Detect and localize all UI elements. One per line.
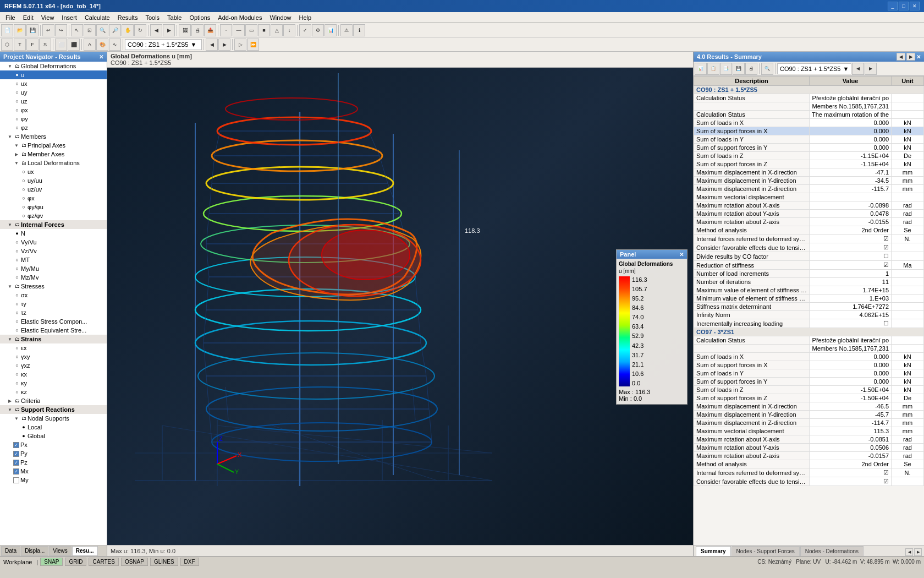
tb-pan[interactable]: ✋ xyxy=(122,24,134,36)
tree-member-axes[interactable]: ▶ 🗂 Member Axes xyxy=(0,150,107,159)
legend-close[interactable]: ✕ xyxy=(679,252,684,258)
table-row[interactable]: Maximum rotation about Y-axis0.0478rad xyxy=(694,210,924,218)
menu-help[interactable]: Help xyxy=(296,13,315,22)
rt-btn-5[interactable]: 🖨 xyxy=(745,63,757,75)
tree-item-Vyvu[interactable]: ○ Vy/Vu xyxy=(0,238,107,247)
rt-btn-2[interactable]: 📋 xyxy=(707,63,719,75)
checkbox-Mx[interactable]: ✓ xyxy=(13,468,19,475)
tb-side[interactable]: S xyxy=(39,39,51,51)
checkbox-Pz[interactable]: ✓ xyxy=(13,460,19,466)
menu-table[interactable]: Table xyxy=(164,13,185,22)
table-row[interactable]: Internal forces referred to deformed sys… xyxy=(694,468,924,477)
table-row[interactable]: Calculation StatusThe maximum rotation o… xyxy=(694,111,924,119)
tree-item-uy[interactable]: ○ uy xyxy=(0,88,107,97)
menu-results[interactable]: Results xyxy=(114,13,141,22)
tab-nav-prev[interactable]: ◀ xyxy=(905,548,913,556)
tb-anim2[interactable]: ⏩ xyxy=(247,39,259,51)
tree-item-phix-local[interactable]: ○ φx xyxy=(0,194,107,203)
table-row[interactable]: Maximum displacement in Z-direction-115.… xyxy=(694,185,924,193)
checkbox-Px[interactable]: ✓ xyxy=(13,442,19,448)
tb-color[interactable]: 🎨 xyxy=(96,39,108,51)
table-row[interactable]: Incrementally increasing loading☐ xyxy=(694,319,924,328)
tb-nav-prev[interactable]: ◀ xyxy=(206,39,218,51)
tree-item-ux[interactable]: ○ ux xyxy=(0,79,107,88)
table-row[interactable]: Sum of loads in X0.000kN xyxy=(694,119,924,127)
status-glines[interactable]: GLINES xyxy=(150,558,178,566)
tb-node[interactable]: · xyxy=(220,24,232,36)
tree-item-phiz[interactable]: ○ φz xyxy=(0,123,107,132)
menu-window[interactable]: Window xyxy=(266,13,294,22)
tree-item-uyuu[interactable]: ○ uy/uu xyxy=(0,176,107,185)
tree-item-local[interactable]: ● Local xyxy=(0,423,107,432)
table-row[interactable]: Maximum displacement in X-direction-47.1… xyxy=(694,168,924,177)
menu-edit[interactable]: Edit xyxy=(20,13,37,22)
rt-btn-1[interactable]: 📊 xyxy=(695,63,707,75)
rt-btn-3[interactable]: 📑 xyxy=(720,63,732,75)
tb-results-show[interactable]: 📊 xyxy=(324,24,337,36)
right-next-btn[interactable]: ▶ xyxy=(906,53,915,61)
expand-local-def[interactable]: ▼ xyxy=(13,161,20,166)
tree-item-tauy[interactable]: ○ τy xyxy=(0,299,107,308)
tree-item-Mx[interactable]: ✓ Mx xyxy=(0,467,107,476)
tb-redo[interactable]: ↪ xyxy=(55,24,67,36)
menu-view[interactable]: View xyxy=(38,13,58,22)
tb-top[interactable]: T xyxy=(14,39,26,51)
table-row[interactable]: Calculation StatusPřestože globální iter… xyxy=(694,336,924,345)
tb-info[interactable]: ℹ xyxy=(353,24,365,36)
tb-zoom-out[interactable]: 🔎 xyxy=(109,24,121,36)
rt-btn-4[interactable]: 💾 xyxy=(733,63,745,75)
tb-wire[interactable]: ⬜ xyxy=(55,39,67,51)
tree-item-Vzvv[interactable]: ○ Vz/Vv xyxy=(0,247,107,255)
tree-criteria[interactable]: ▶ 🗂 Criteria xyxy=(0,396,107,405)
expand-nodal[interactable]: ▼ xyxy=(13,416,20,421)
right-combo[interactable]: CO90 : ZS1 + 1.5*ZS5 ▼ xyxy=(777,63,851,74)
tree-nodal-supports[interactable]: ▼ 🗂 Nodal Supports xyxy=(0,414,107,423)
menu-addons[interactable]: Add-on Modules xyxy=(215,13,265,22)
table-row[interactable]: Maximum value of element of stiffness ma… xyxy=(694,286,924,295)
table-row[interactable]: Internal forces referred to deformed sys… xyxy=(694,235,924,243)
tb-anim[interactable]: ▷ xyxy=(234,39,246,51)
status-dxf[interactable]: DXF xyxy=(180,558,199,566)
tb-print[interactable]: 🖨 xyxy=(191,24,204,36)
tb-zoom-in[interactable]: 🔍 xyxy=(96,24,108,36)
tb-open[interactable]: 📂 xyxy=(14,24,26,36)
table-row[interactable]: Stiffness matrix determinant1.764E+7272 xyxy=(694,303,924,311)
tree-item-global[interactable]: ● Global xyxy=(0,432,107,440)
expand-stresses[interactable]: ▼ xyxy=(7,284,13,289)
nav-tab-display[interactable]: Displa... xyxy=(21,546,48,556)
tb-calc[interactable]: ⚙ xyxy=(312,24,324,36)
table-row[interactable]: Maximum vectorial displacement xyxy=(694,193,924,201)
table-row[interactable]: Consider favorable effects due to tensio… xyxy=(694,477,924,486)
table-row[interactable]: Sum of loads in Y0.000kN xyxy=(694,369,924,378)
tree-internal-forces[interactable]: ▼ 🗂 Internal Forces xyxy=(0,220,107,229)
expand-strains[interactable]: ▼ xyxy=(7,337,13,342)
tree-local-def[interactable]: ▼ 🗂 Local Deformations xyxy=(0,159,107,167)
table-row[interactable]: Method of analysis2nd OrderSe xyxy=(694,226,924,235)
nav-tab-results[interactable]: Resu... xyxy=(72,546,98,556)
menu-options[interactable]: Options xyxy=(186,13,213,22)
table-row[interactable]: Maximum displacement in Y-direction-45.7… xyxy=(694,411,924,419)
menu-tools[interactable]: Tools xyxy=(142,13,163,22)
table-row[interactable]: Sum of loads in X0.000kN xyxy=(694,353,924,361)
results-table-container[interactable]: Description Value Unit CO90 : ZS1 + 1.5*… xyxy=(694,76,924,545)
tb-prev[interactable]: ◀ xyxy=(150,24,162,36)
menu-file[interactable]: File xyxy=(2,13,19,22)
expand-support[interactable]: ▼ xyxy=(7,407,13,412)
tb-undo[interactable]: ↩ xyxy=(42,24,54,36)
tb-next[interactable]: ▶ xyxy=(163,24,175,36)
tb-iso[interactable]: ⬡ xyxy=(1,39,13,51)
tb-render[interactable]: 🖼 xyxy=(179,24,191,36)
left-panel-close[interactable]: ✕ xyxy=(99,54,103,60)
viewport-3d[interactable]: Z X Y 118.3 Panel ✕ Global Deformation xyxy=(107,68,693,545)
table-row[interactable]: Maximum rotation about Z-axis-0.0157rad xyxy=(694,452,924,460)
table-row[interactable]: Sum of loads in Z-1.50E+04kN xyxy=(694,386,924,394)
table-row[interactable]: Sum of support forces in X0.000kN xyxy=(694,361,924,369)
table-row[interactable]: Number of load increments1 xyxy=(694,270,924,278)
status-cartes[interactable]: CARTES xyxy=(89,558,118,566)
tree-item-Px[interactable]: ✓ Px xyxy=(0,440,107,449)
table-row[interactable]: Maximum displacement in X-direction-46.5… xyxy=(694,402,924,411)
table-row[interactable]: Maximum rotation about X-axis-0.0851rad xyxy=(694,435,924,444)
tb-solid[interactable]: ■ xyxy=(258,24,270,36)
table-row[interactable]: Reduction of stiffness☑Ma xyxy=(694,261,924,270)
tb-nav-next[interactable]: ▶ xyxy=(218,39,230,51)
